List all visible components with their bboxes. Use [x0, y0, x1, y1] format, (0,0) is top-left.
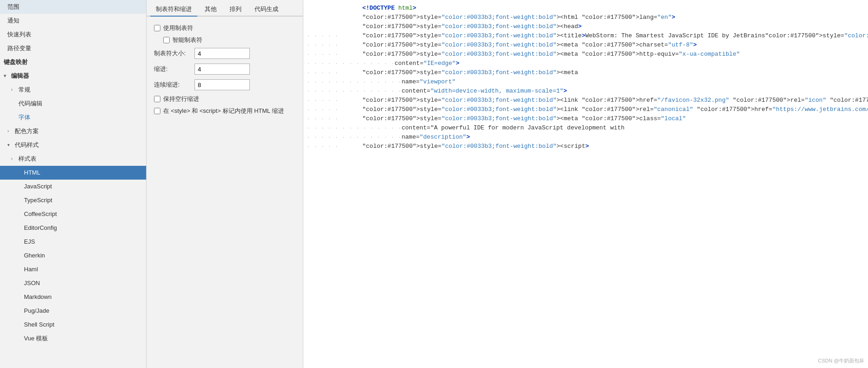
code-text: content="IE=edge"> — [395, 59, 459, 68]
keep-blank-checkbox[interactable] — [154, 96, 160, 102]
sidebar-item-haml[interactable]: Haml — [0, 263, 146, 276]
code-line: "color:#177500">style="color:#0033b3;fon… — [303, 22, 868, 31]
code-text: name="description"> — [402, 133, 470, 142]
line-dots: · · · · · — [307, 41, 362, 50]
code-text: "color:#177500">style="color:#0033b3;fon… — [362, 41, 697, 50]
line-dots: · · · · · — [307, 68, 362, 77]
code-preview: <!DOCTYPE html>"color:#177500">style="co… — [303, 0, 868, 368]
code-text: content="width=device-width, maximum-sca… — [402, 87, 567, 96]
code-line: · · · · · · · · · · · · · ·name="viewpor… — [303, 77, 868, 87]
sidebar-item-label: JSON — [24, 278, 40, 288]
cont-indent-row: 连续缩进: — [154, 79, 295, 90]
sidebar-item-label: JavaScript — [24, 181, 52, 192]
sidebar-item-tong-zhi[interactable]: 通知 — [0, 14, 146, 28]
sidebar-item-coffeescript[interactable]: CoffeeScript — [0, 207, 146, 221]
line-dots: · · · · · · · · · · · · · — [307, 59, 395, 68]
tab-size-input[interactable] — [195, 48, 250, 59]
sidebar-item-fan-wei[interactable]: 范围 — [0, 0, 146, 14]
tab-indent[interactable]: 制表符和缩进 — [150, 3, 197, 17]
sidebar-item-kuai-su-lie-biao[interactable]: 快速列表 — [0, 28, 146, 41]
sidebar-item-label: 样式表 — [18, 154, 36, 164]
line-dots: · · · · · — [307, 31, 362, 41]
indent-row: 缩进: — [154, 64, 295, 75]
line-dots: · · · · · — [307, 114, 362, 123]
sidebar-item-label: CoffeeScript — [24, 209, 57, 219]
tabs-bar: 制表符和缩进其他排列代码生成 — [147, 0, 303, 17]
tab-size-label: 制表符大小: — [154, 49, 191, 58]
sidebar: 范围通知快速列表路径变量键盘映射▾ 编辑器› 常规 代码编辑 字体› 配色方案▾… — [0, 0, 147, 368]
sidebar-item-label: Gherkin — [24, 251, 45, 261]
code-line: · · · · ·"color:#177500">style="color:#0… — [303, 68, 868, 77]
code-text: content="A powerful IDE for modern JavaS… — [402, 123, 625, 133]
code-line: <!DOCTYPE html> — [303, 4, 868, 13]
use-tab-char-label[interactable]: 使用制表符 — [163, 24, 193, 32]
sidebar-item-typescript[interactable]: TypeScript — [0, 193, 146, 207]
code-text: "color:#177500">style="color:#0033b3;fon… — [362, 114, 686, 123]
tab-sort[interactable]: 排列 — [224, 3, 247, 17]
use-tab-char-checkbox[interactable] — [154, 25, 160, 31]
expand-arrow-icon: › — [7, 126, 14, 136]
sidebar-item-label: 常规 — [18, 85, 30, 95]
sidebar-item-label: TypeScript — [24, 195, 52, 205]
sidebar-item-html[interactable]: HTML — [0, 166, 146, 180]
sidebar-item-label: 通知 — [7, 16, 19, 26]
sidebar-item-label: 配色方案 — [15, 126, 39, 136]
tab-codegen[interactable]: 代码生成 — [249, 3, 284, 17]
sidebar-item-yang-shi-biao[interactable]: › 样式表 — [0, 152, 146, 166]
sidebar-item-json[interactable]: JSON — [0, 276, 146, 290]
settings-content: 使用制表符 智能制表符 制表符大小: 缩进: 连续缩进: — [147, 17, 303, 368]
html-indent-row: 在 <style> 和 <script> 标记内使用 HTML 缩进 — [154, 107, 295, 115]
sidebar-item-editorconfig[interactable]: EditorConfig — [0, 221, 146, 235]
smart-tab-char-label[interactable]: 智能制表符 — [172, 36, 202, 44]
main-wrapper: 制表符和缩进其他排列代码生成 使用制表符 智能制表符 制表符大小: 缩进: — [147, 0, 868, 368]
tab-other[interactable]: 其他 — [199, 3, 222, 17]
sidebar-item-pei-se-fang-an[interactable]: › 配色方案 — [0, 124, 146, 138]
sidebar-item-lu-jing-bian-liang[interactable]: 路径变量 — [0, 41, 146, 55]
sidebar-item-pug-jade[interactable]: Pug/Jade — [0, 304, 146, 318]
code-text: "color:#177500">style="color:#0033b3;fon… — [362, 96, 868, 105]
expand-arrow-icon: › — [11, 154, 18, 164]
code-line: · · · · ·"color:#177500">style="color:#0… — [303, 31, 868, 41]
cont-indent-input[interactable] — [195, 79, 250, 90]
code-text: <!DOCTYPE html> — [362, 4, 416, 13]
keep-blank-label[interactable]: 保持空行缩进 — [163, 95, 199, 103]
sidebar-item-chang-gui[interactable]: › 常规 — [0, 83, 146, 97]
line-dots: · · · · · — [307, 96, 362, 105]
sidebar-item-label: Pug/Jade — [24, 306, 49, 316]
line-dots: · · · · · — [307, 105, 362, 114]
tab-size-row: 制表符大小: — [154, 48, 295, 59]
code-line: · · · · ·"color:#177500">style="color:#0… — [303, 105, 868, 114]
sidebar-item-zi-ti[interactable]: 字体 — [0, 111, 146, 124]
html-indent-checkbox[interactable] — [154, 108, 160, 114]
sidebar-item-shell-script[interactable]: Shell Script — [0, 318, 146, 332]
sidebar-item-vue-mo-ban[interactable]: Vue 模板 — [0, 332, 146, 345]
code-line: · · · · · · · · · · · · · ·content="A po… — [303, 123, 868, 133]
sidebar-item-dai-ma-bian-ji[interactable]: 代码编辑 — [0, 97, 146, 111]
code-line: · · · · ·"color:#177500">style="color:#0… — [303, 142, 868, 151]
sidebar-item-label: HTML — [24, 168, 40, 178]
code-text: "color:#177500">style="color:#0033b3;fon… — [362, 22, 582, 31]
indent-input[interactable] — [195, 64, 250, 75]
cont-indent-label: 连续缩进: — [154, 81, 191, 89]
code-line: "color:#177500">style="color:#0033b3;fon… — [303, 13, 868, 22]
sidebar-item-jian-pan-ying-she[interactable]: 键盘映射 — [0, 55, 146, 69]
sidebar-item-bian-ji-qi[interactable]: ▾ 编辑器 — [0, 69, 146, 83]
code-line: · · · · · · · · · · · · ·content="IE=edg… — [303, 59, 868, 68]
sidebar-item-label: Markdown — [24, 292, 52, 302]
smart-tab-char-checkbox[interactable] — [163, 37, 170, 43]
code-text: "color:#177500">style="color:#0033b3;fon… — [362, 50, 740, 59]
sidebar-item-gherkin[interactable]: Gherkin — [0, 249, 146, 263]
sidebar-item-dai-ma-yang-shi[interactable]: ▾ 代码样式 — [0, 138, 146, 152]
sidebar-item-ejs[interactable]: EJS — [0, 235, 146, 249]
html-indent-label[interactable]: 在 <style> 和 <script> 标记内使用 HTML 缩进 — [163, 107, 284, 115]
code-line: · · · · ·"color:#177500">style="color:#0… — [303, 96, 868, 105]
code-line: · · · · · · · · · · · · · ·name="descrip… — [303, 133, 868, 142]
settings-area: 制表符和缩进其他排列代码生成 使用制表符 智能制表符 制表符大小: 缩进: — [147, 0, 303, 368]
indent-label: 缩进: — [154, 65, 191, 73]
sidebar-item-javascript[interactable]: JavaScript — [0, 180, 146, 193]
code-text: "color:#177500">style="color:#0033b3;fon… — [362, 142, 589, 151]
line-dots: · · · · · · · · · · · · · · — [307, 133, 402, 142]
sidebar-item-markdown[interactable]: Markdown — [0, 290, 146, 304]
code-line: · · · · ·"color:#177500">style="color:#0… — [303, 41, 868, 50]
expand-arrow-icon: ▾ — [7, 140, 14, 150]
